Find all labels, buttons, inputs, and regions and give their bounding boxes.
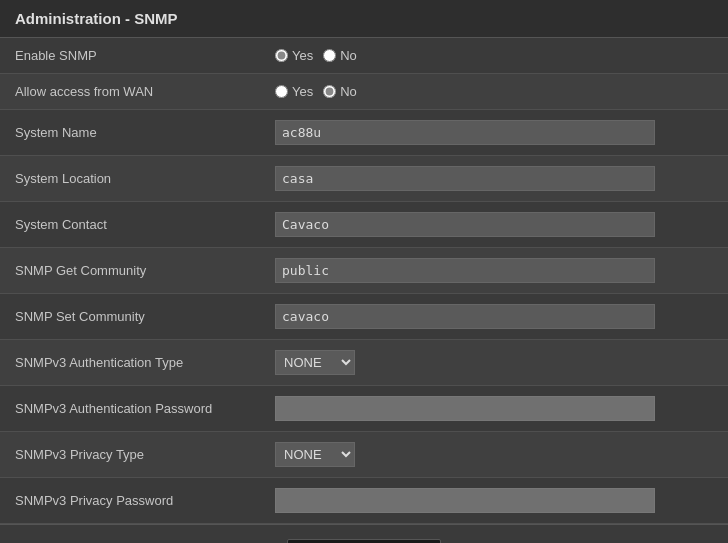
allow-wan-value: Yes No	[260, 74, 728, 110]
snmp-set-community-value	[260, 294, 728, 340]
table-row: System Contact	[0, 202, 728, 248]
snmpv3-privacy-type-select[interactable]: NONE DES AES	[275, 442, 355, 467]
snmpv3-auth-type-value: NONE MD5 SHA	[260, 340, 728, 386]
table-row: SNMPv3 Privacy Type NONE DES AES	[0, 432, 728, 478]
snmpv3-auth-password-label: SNMPv3 Authentication Password	[0, 386, 260, 432]
apply-button[interactable]: Apply	[287, 539, 440, 543]
system-name-value	[260, 110, 728, 156]
system-location-input[interactable]	[275, 166, 655, 191]
system-contact-input[interactable]	[275, 212, 655, 237]
allow-wan-yes-radio[interactable]	[275, 85, 288, 98]
snmpv3-privacy-password-input[interactable]	[275, 488, 655, 513]
system-name-input[interactable]	[275, 120, 655, 145]
snmpv3-privacy-password-label: SNMPv3 Privacy Password	[0, 478, 260, 524]
system-contact-value	[260, 202, 728, 248]
snmp-get-community-label: SNMP Get Community	[0, 248, 260, 294]
snmpv3-privacy-type-value: NONE DES AES	[260, 432, 728, 478]
allow-wan-no-label[interactable]: No	[323, 84, 357, 99]
snmp-get-community-input[interactable]	[275, 258, 655, 283]
enable-snmp-radio-group: Yes No	[275, 48, 713, 63]
allow-wan-label: Allow access from WAN	[0, 74, 260, 110]
snmp-get-community-value	[260, 248, 728, 294]
allow-wan-radio-group: Yes No	[275, 84, 713, 99]
table-row: SNMPv3 Authentication Password	[0, 386, 728, 432]
allow-wan-no-radio[interactable]	[323, 85, 336, 98]
table-row: System Location	[0, 156, 728, 202]
enable-snmp-no-label[interactable]: No	[323, 48, 357, 63]
system-name-label: System Name	[0, 110, 260, 156]
page-title: Administration - SNMP	[0, 0, 728, 38]
table-row: SNMP Get Community	[0, 248, 728, 294]
snmpv3-auth-type-select[interactable]: NONE MD5 SHA	[275, 350, 355, 375]
table-row: System Name	[0, 110, 728, 156]
snmp-set-community-input[interactable]	[275, 304, 655, 329]
snmp-set-community-label: SNMP Set Community	[0, 294, 260, 340]
system-location-label: System Location	[0, 156, 260, 202]
snmpv3-privacy-type-label: SNMPv3 Privacy Type	[0, 432, 260, 478]
table-row: Enable SNMP Yes No	[0, 38, 728, 74]
enable-snmp-label: Enable SNMP	[0, 38, 260, 74]
enable-snmp-yes-radio[interactable]	[275, 49, 288, 62]
apply-row: Apply	[0, 524, 728, 543]
enable-snmp-yes-label[interactable]: Yes	[275, 48, 313, 63]
snmpv3-privacy-password-value	[260, 478, 728, 524]
table-row: SNMP Set Community	[0, 294, 728, 340]
snmpv3-auth-password-value	[260, 386, 728, 432]
system-contact-label: System Contact	[0, 202, 260, 248]
form-table: Enable SNMP Yes No Allow access from WAN	[0, 38, 728, 524]
table-row: Allow access from WAN Yes No	[0, 74, 728, 110]
enable-snmp-value: Yes No	[260, 38, 728, 74]
table-row: SNMPv3 Privacy Password	[0, 478, 728, 524]
system-location-value	[260, 156, 728, 202]
snmpv3-auth-type-label: SNMPv3 Authentication Type	[0, 340, 260, 386]
snmpv3-auth-password-input[interactable]	[275, 396, 655, 421]
allow-wan-yes-label[interactable]: Yes	[275, 84, 313, 99]
enable-snmp-no-radio[interactable]	[323, 49, 336, 62]
table-row: SNMPv3 Authentication Type NONE MD5 SHA	[0, 340, 728, 386]
page-container: Administration - SNMP Enable SNMP Yes No…	[0, 0, 728, 543]
